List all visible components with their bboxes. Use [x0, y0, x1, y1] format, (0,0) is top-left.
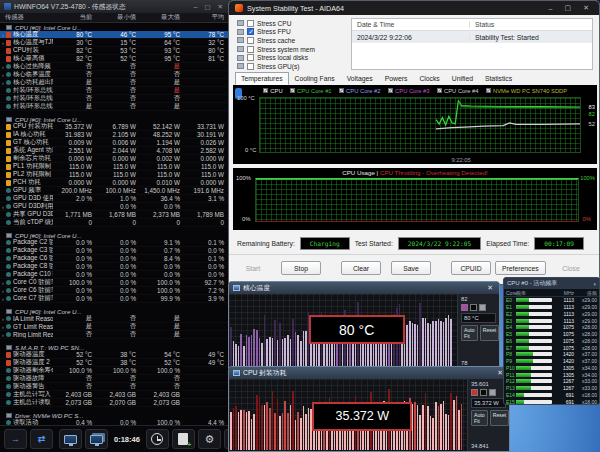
series-color-swatch[interactable] [461, 304, 468, 311]
core-temp-titlebar[interactable]: 核心温度 ✕ [229, 282, 499, 294]
stress-type-icon [237, 55, 244, 61]
sensor-row[interactable]: › 封装/环形总线功耗超... 是 否 是 [0, 103, 229, 111]
arrow-right-button[interactable]: → [4, 429, 27, 449]
legend-item[interactable]: CPU Core #3 [388, 88, 430, 94]
usage-right-max: 100% [580, 175, 595, 181]
preferences-button[interactable]: Preferences [495, 261, 546, 275]
window-menu-icon[interactable]: ▾ [593, 281, 596, 287]
tab[interactable]: Voltages [341, 72, 379, 85]
stress-option[interactable]: Stress GPU(s) [237, 62, 349, 71]
background-color-swatch[interactable] [480, 389, 487, 396]
report-button[interactable] [172, 429, 195, 449]
column-sensor[interactable]: 传感器 [0, 13, 53, 22]
dual-monitor-button[interactable] [85, 429, 108, 449]
column-max[interactable]: 最大值 [141, 13, 185, 22]
log-column-status[interactable]: Status [470, 21, 592, 28]
tab[interactable]: Statistics [479, 72, 518, 85]
frequency-titlebar[interactable]: CPU #0 - 活动频率 ▾ [504, 278, 599, 289]
legend-item[interactable]: NVMe WD PC SN740 SDDP [486, 88, 568, 94]
sensor-row[interactable]: › Core C7 驻留率 0.0 % 0.0 % 99.9 % 3.9 % [0, 295, 229, 303]
close-icon[interactable]: ✕ [216, 3, 225, 11]
sensor-value-min: 2.044 W [97, 147, 141, 154]
sensor-value-min: 0.0 % [97, 263, 141, 270]
stress-option[interactable]: Stress CPU [237, 19, 349, 28]
reset-button[interactable]: Reset [480, 325, 500, 341]
clear-button[interactable]: Clear [341, 261, 381, 275]
hwinfo-titlebar[interactable]: HWiNFO64 V7.25-4780 - 传感器状态 – ▢ ✕ [0, 0, 229, 13]
stress-checkbox[interactable] [247, 63, 254, 70]
core-label: E5 [504, 331, 516, 337]
sensor-row[interactable]: › 主机总计读取 2,073 GB 2,070 GB 2,073 GB [0, 399, 229, 407]
stress-checkbox[interactable] [247, 28, 254, 35]
sensor-value-min: 否 [97, 102, 141, 111]
legend-item[interactable]: CPU Core #2 [339, 88, 381, 94]
legend-checkbox[interactable] [486, 88, 492, 94]
tab[interactable]: Unified [446, 72, 479, 85]
mhz-value: 1113 [552, 304, 574, 310]
stress-option[interactable]: Stress system mem [237, 45, 349, 54]
stress-option[interactable]: Stress local disks [237, 53, 349, 62]
cpu-frequency-window: CPU #0 - 活动频率 ▾ Core 频率 MHz 倍频 E0 1113 x… [503, 277, 600, 405]
tab[interactable]: Clocks [413, 72, 445, 85]
reset-button[interactable]: Reset [490, 410, 510, 426]
aida-titlebar[interactable]: System Stability Test - AIDA64 – ▢ ✕ [229, 1, 599, 15]
stress-checkbox[interactable] [247, 20, 254, 27]
arrows-swap-button[interactable]: ⇄ [30, 429, 53, 449]
save-button[interactable]: Save [391, 261, 431, 275]
tab[interactable]: Powers [379, 72, 414, 85]
grid-color-swatch[interactable] [489, 389, 496, 396]
stress-options: Stress CPU Stress FPU Stress cache Stres… [237, 19, 349, 71]
legend-checkbox[interactable] [290, 88, 296, 94]
column-avg[interactable]: 平均 [185, 13, 229, 22]
core-label: E15 [504, 399, 516, 405]
close-button[interactable]: Close [551, 261, 591, 275]
sensor-value-min: 0.0 % [97, 271, 141, 278]
legend-item[interactable]: CPU Core #4 [437, 88, 479, 94]
legend-checkbox[interactable] [437, 88, 443, 94]
sensor-row[interactable]: › Ring Limit Reasons 否 否 是 [0, 331, 229, 339]
stress-option[interactable]: Stress cache [237, 36, 349, 45]
stop-button[interactable]: Stop [281, 261, 321, 275]
sensor-type-icon [6, 132, 11, 138]
legend-item[interactable]: CPU Core #1 [290, 88, 332, 94]
stress-checkbox[interactable] [247, 54, 254, 61]
legend-checkbox[interactable] [339, 88, 345, 94]
cpu-power-titlebar[interactable]: CPU 封装功耗 ✕ [229, 367, 509, 379]
legend-checkbox[interactable] [263, 88, 269, 94]
sensor-rows: › CPU 封装功耗 35.372 W 6.789 W 52.142 W 33.… [0, 123, 229, 227]
close-icon[interactable]: ✕ [579, 4, 593, 12]
log-row[interactable]: 2024/3/22 9:22:06 Stability Test: Starte… [352, 31, 592, 43]
log-column-datetime[interactable]: Date & Time [352, 21, 470, 28]
frequency-rows: E0 1113 x29.00 E1 1113 x29.00 E2 1113 x2… [504, 297, 599, 405]
cpu-power-graph-window: CPU 封装功耗 ✕ 35.372 W 35.601 35.372 W Auto… [228, 366, 510, 452]
dual-monitor-icon [90, 435, 103, 444]
tab[interactable]: Cooling Fans [289, 72, 341, 85]
sensor-value-avg: 81 °C [185, 55, 229, 62]
stress-option[interactable]: Stress FPU [237, 28, 349, 37]
series-color-swatch[interactable] [471, 389, 478, 396]
autofit-button[interactable]: Auto Fit [461, 325, 478, 341]
tab[interactable]: Temperatures [235, 72, 289, 85]
stress-checkbox[interactable] [247, 37, 254, 44]
minimize-icon[interactable]: – [545, 5, 557, 12]
monitor-button[interactable] [59, 429, 82, 449]
grid-color-swatch[interactable] [479, 304, 486, 311]
legend-item[interactable]: CPU [263, 88, 283, 94]
sensor-section: CPU [#0]: Intel Core U... › CPU 封装功耗 35.… [0, 115, 229, 227]
settings-button[interactable]: ⚙ [198, 429, 221, 449]
autofit-button[interactable]: Auto Fit [471, 410, 488, 426]
legend-checkbox[interactable] [388, 88, 394, 94]
background-color-swatch[interactable] [470, 304, 477, 311]
close-icon[interactable]: ✕ [485, 284, 495, 292]
minimize-icon[interactable]: – [192, 3, 200, 10]
stress-checkbox[interactable] [247, 46, 254, 53]
column-min[interactable]: 最小值 [97, 13, 141, 22]
start-button[interactable]: Start [233, 261, 273, 275]
clock-button[interactable] [146, 429, 169, 449]
maximize-icon[interactable]: ▢ [202, 3, 212, 11]
frequency-row: P13 1267 x33.00 [504, 385, 599, 392]
column-current[interactable]: 当前 [53, 13, 97, 22]
maximize-icon[interactable]: ▢ [561, 4, 576, 12]
sensor-row[interactable]: › 当前 cTDP 级别 0 0 0 0 [0, 219, 229, 227]
cpuid-button[interactable]: CPUID [451, 261, 491, 275]
